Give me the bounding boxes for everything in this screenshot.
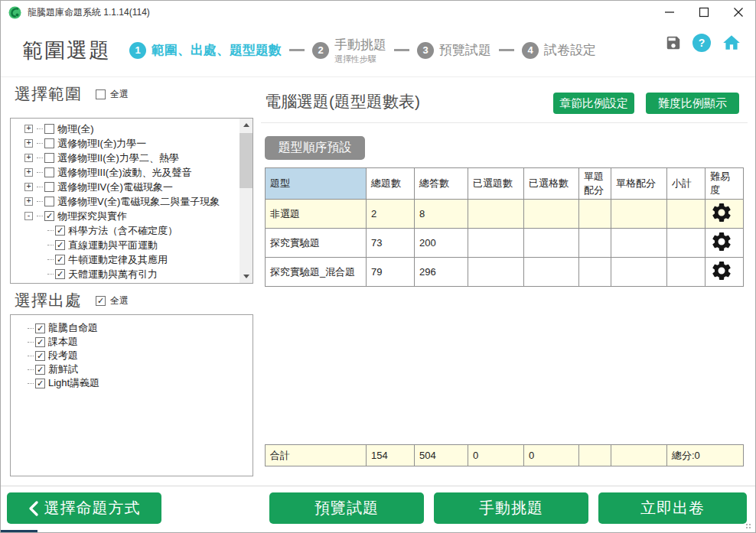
step-4-paper-settings[interactable]: 4 試卷設定 [522,41,596,59]
cell-selected-cells[interactable] [524,200,579,229]
checkbox-unchecked[interactable] [44,153,54,163]
checkbox-unchecked[interactable] [96,89,106,99]
maximize-button[interactable] [686,1,721,24]
preview-questions-button[interactable]: 預覽試題 [269,492,424,524]
source-select-all[interactable]: 全選 [96,294,129,307]
checkbox-unchecked[interactable] [44,124,54,134]
save-icon[interactable] [665,34,682,51]
tree-item[interactable]: 科學方法（含不確定度） [11,223,253,238]
close-button[interactable] [721,1,755,24]
checkbox-unchecked[interactable] [44,197,54,206]
cell-score-per-cell[interactable] [611,200,667,229]
step-separator [289,49,305,51]
expand-icon[interactable] [24,125,33,133]
tree-item-label: 選修物理IV(全)電磁現象一 [57,180,173,194]
tree-item[interactable]: 牛頓運動定律及其應用 [11,252,253,267]
step-3-preview[interactable]: 3 預覽試題 [417,41,491,59]
back-to-mode-button[interactable]: 選擇命題方式 [7,492,161,524]
cell-selected-questions[interactable] [468,229,524,258]
expand-icon[interactable] [24,139,33,148]
col-header-total-questions: 總題數 [367,168,415,200]
tree-item[interactable]: 選修物理III(全)波動、光及聲音 [11,165,253,180]
tree-item[interactable]: 直線運動與平面運動 [11,238,253,252]
back-button-label: 選擇命題方式 [44,498,141,518]
cell-score-per-question[interactable] [579,258,611,287]
chapter-ratio-button[interactable]: 章節比例設定 [553,93,634,114]
tree-scrollbar [240,119,253,283]
question-type-table: 題型 總題數 總答數 已選題數 已選格數 單題配分 單格配分 小計 難易度 非選… [265,167,744,287]
scroll-down-icon[interactable] [240,270,253,283]
source-item[interactable]: 課本題 [11,335,253,349]
tree-item-label: 選修物理II(全)力學二、熱學 [57,151,179,165]
checkbox-unchecked[interactable] [44,138,54,148]
tree-connector [47,230,54,231]
tree-item[interactable]: 選修物理V(全)電磁現象二與量子現象 [11,194,253,209]
expand-icon[interactable] [24,154,33,162]
cell-selected-cells[interactable] [524,258,579,287]
manual-pick-button[interactable]: 手動挑題 [434,492,588,524]
totals-row: 合計 154 504 0 0 總分:0 [266,445,744,466]
difficulty-cell [705,258,744,287]
header-icons: ? [665,33,741,53]
source-item[interactable]: Light講義題 [11,376,253,390]
tree-item[interactable]: 物理探究與實作 [11,209,253,223]
cell-selected-questions[interactable] [468,258,524,287]
scope-title-row: 選擇範圍 全選 [15,83,129,105]
checkbox-checked[interactable] [55,226,65,236]
checkbox-checked[interactable] [55,269,65,279]
gear-icon[interactable] [710,259,733,282]
checkbox-checked[interactable] [35,337,45,347]
tree-item[interactable]: 選修物理I(全)力學一 [11,136,253,151]
scrollbar-thumb[interactable] [240,133,253,188]
gear-icon[interactable] [710,230,733,253]
help-icon[interactable]: ? [692,34,711,52]
scope-select-all[interactable]: 全選 [96,88,129,101]
cell-score-per-question[interactable] [579,200,611,229]
checkbox-checked[interactable] [44,211,54,221]
tree-item[interactable]: 選修物理IV(全)電磁現象一 [11,180,253,194]
checkbox-checked[interactable] [35,379,45,388]
tree-item-label: 天體運動與萬有引力 [68,268,158,281]
minimize-button[interactable] [652,1,686,24]
source-item[interactable]: 龍騰自命題 [11,321,253,335]
tree-item[interactable]: 物理(全) [11,122,253,136]
collapse-icon[interactable] [24,212,33,220]
step-4-label: 試卷設定 [544,41,596,59]
home-icon[interactable] [722,33,741,53]
checkbox-checked[interactable] [35,351,45,361]
expand-icon[interactable] [24,183,33,191]
resize-grip[interactable] [745,522,751,528]
type-order-preset-button[interactable]: 題型順序預設 [265,136,365,160]
cell-score-per-question[interactable] [579,229,611,258]
source-item[interactable]: 新鮮試 [11,362,253,376]
difficulty-ratio-button[interactable]: 難度比例顯示 [646,93,739,114]
tree-connector [28,369,34,370]
checkbox-checked[interactable] [55,255,65,265]
checkbox-unchecked[interactable] [44,182,54,192]
expand-icon[interactable] [24,168,33,177]
tree-connector [28,328,34,329]
cell-subtotal [667,229,705,258]
step-2-number: 2 [312,42,329,59]
checkbox-checked[interactable] [55,240,65,250]
expand-icon[interactable] [24,197,33,206]
generate-paper-button[interactable]: 立即出卷 [598,492,747,524]
checkbox-checked[interactable] [96,296,106,306]
cell-selected-cells[interactable] [524,229,579,258]
tree-connector [37,172,43,173]
checkbox-checked[interactable] [35,323,45,333]
scroll-up-icon[interactable] [240,119,253,132]
gear-icon[interactable] [710,201,733,224]
cell-selected-questions[interactable] [468,200,524,229]
cell-score-per-cell[interactable] [611,258,667,287]
step-1-scope[interactable]: 1 範圍、出處、題型題數 [129,41,282,59]
step-2-manual-pick[interactable]: 2 手動挑題 選擇性步驟 [312,36,386,65]
cell-score-per-cell[interactable] [611,229,667,258]
tree-item[interactable]: 天體運動與萬有引力 [11,267,253,281]
checkbox-checked[interactable] [35,365,45,375]
step-4-number: 4 [522,42,539,59]
source-item[interactable]: 段考題 [11,349,253,362]
checkbox-unchecked[interactable] [44,167,54,177]
tree-item[interactable]: 選修物理II(全)力學二、熱學 [11,151,253,165]
window-title: 龍騰題庫命題系統 1.1.14(114) [28,6,150,19]
